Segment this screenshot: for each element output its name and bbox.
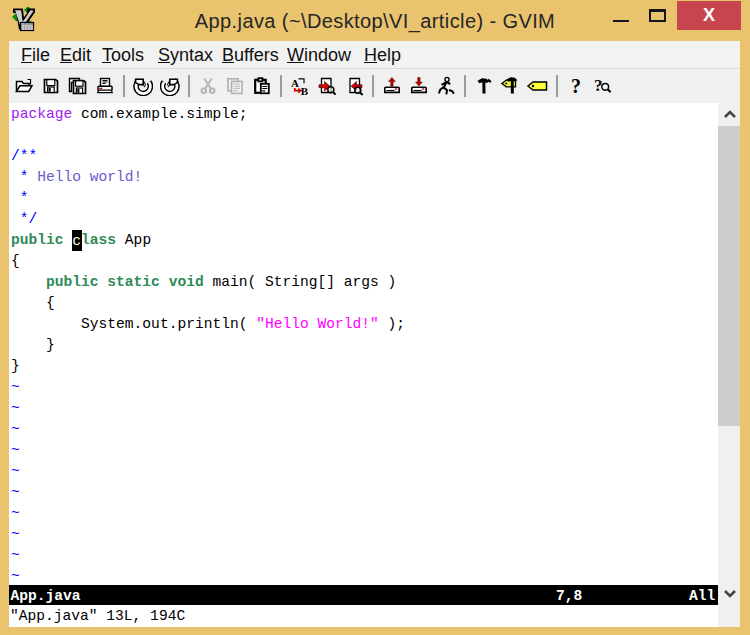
- svg-text:B: B: [300, 85, 308, 97]
- svg-text:?: ?: [594, 76, 603, 95]
- svg-text:im: im: [22, 21, 34, 32]
- svg-text:A: A: [291, 77, 299, 89]
- svg-text:?: ?: [571, 76, 581, 96]
